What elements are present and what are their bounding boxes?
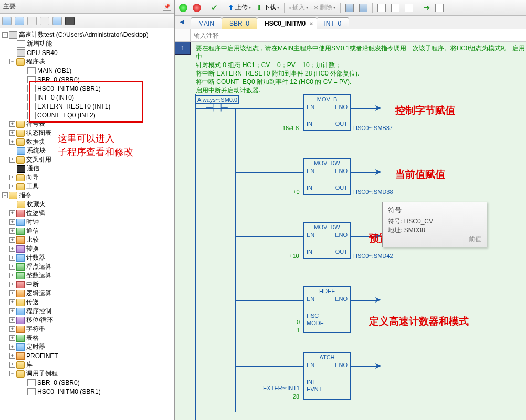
tree-item[interactable]: +字符串 — [0, 325, 174, 333]
contact-label[interactable]: Always~:SM0.0 — [196, 95, 239, 104]
input-value: 1 — [297, 327, 300, 333]
tree-item[interactable]: +工具 — [0, 182, 174, 191]
tree-item[interactable]: +程序控制 — [0, 307, 174, 316]
tree-item[interactable]: −调用子例程 — [0, 369, 174, 378]
tool-icon[interactable] — [403, 3, 415, 13]
rung-comment: 要在程序中启用该组态，请在MAIN主程序中使用SM0.1或者沿触发指令调用一次该… — [196, 44, 526, 94]
output-value: HSC0~:SMB37 — [353, 125, 393, 131]
symbol-tooltip: 符号 符号: HSC0_CV 地址: SMD38 前值 — [382, 202, 487, 247]
tree-item[interactable]: 收藏夹 — [0, 200, 174, 209]
tree-item[interactable]: +向导 — [0, 173, 174, 182]
arrow-icon: ➤ — [374, 295, 381, 305]
download-button[interactable]: ⬇下载▾ — [254, 2, 281, 13]
project-tree[interactable]: −高速计数test (C:\Users\Administrator\Deskto… — [0, 28, 174, 420]
tree-item[interactable]: +符号表 — [0, 120, 174, 128]
tree-item[interactable]: +通信 — [0, 227, 174, 235]
arrow-icon: ➤ — [374, 167, 381, 177]
view-icon-1[interactable] — [2, 17, 12, 25]
tree-root-instr[interactable]: −指令 — [0, 191, 174, 200]
annotation: 控制字节赋值 — [395, 104, 455, 117]
output-value: HSC0~:SMD42 — [353, 253, 393, 259]
delete-button[interactable]: ✕删除▾ — [311, 2, 338, 13]
tree-item[interactable]: +浮点运算 — [0, 262, 174, 271]
tab-sbr0[interactable]: SBR_0 — [222, 17, 257, 29]
tree-item[interactable]: +计数器 — [0, 253, 174, 262]
annotation-text: 子程序查看和修改 — [58, 146, 133, 158]
view-icon-2[interactable] — [15, 17, 24, 25]
tool-icon[interactable] — [433, 3, 446, 13]
input-value: EXTER~:INT1 — [263, 385, 300, 391]
block-movdw2[interactable]: MOV_DW ENENO INOUT — [303, 222, 351, 259]
tree-item[interactable]: +逻辑运算 — [0, 289, 174, 298]
pin-icon[interactable]: 📌 — [163, 3, 171, 11]
block-movdw1[interactable]: MOV_DW ENENO INOUT — [303, 158, 351, 195]
close-icon[interactable]: × — [310, 20, 313, 27]
tab-nav-prev-icon[interactable]: ◄ — [178, 18, 185, 26]
tree-item[interactable]: +转换 — [0, 244, 174, 253]
annotation: 定义高速计数器和模式 — [369, 315, 469, 328]
tool-icon[interactable]: ➜ — [421, 2, 432, 14]
tree-item[interactable]: EXTERN_RESET0 (INT1) — [0, 102, 174, 111]
view-icon-5[interactable] — [52, 17, 62, 25]
contact-symbol: ─┤ ├─ — [206, 104, 228, 111]
tree-item[interactable]: SBR_0 (SBR0) — [0, 378, 174, 387]
tree-item[interactable]: +PROFINET — [0, 351, 174, 360]
tree-item[interactable]: HSC0_INITM0 (SBR1) — [0, 387, 174, 396]
tree-item[interactable]: +比较 — [0, 235, 174, 244]
input-value: +10 — [289, 253, 299, 259]
tree-item[interactable]: 通信 — [0, 164, 174, 173]
tree-item[interactable]: +中断 — [0, 280, 174, 289]
tool-icon[interactable] — [357, 3, 370, 13]
project-tree-panel: 主要 📌 −高速计数test (C:\Users\Administrator\D… — [0, 0, 175, 420]
tree-item[interactable]: +时钟 — [0, 218, 174, 227]
block-movb[interactable]: MOV_B ENENO INOUT — [303, 94, 351, 131]
arrow-icon: ➤ — [374, 103, 381, 113]
tree-item[interactable]: MAIN (OB1) — [0, 66, 174, 75]
view-icon-4[interactable] — [40, 17, 49, 25]
comment-input[interactable] — [191, 29, 526, 41]
upload-button[interactable]: ⬆上传▾ — [226, 2, 253, 13]
tree-item[interactable]: COUNT_EQ0 (INT2) — [0, 111, 174, 120]
compile-button[interactable]: ✔ — [209, 2, 220, 14]
annotation-text: 这里可以进入 — [58, 132, 114, 145]
tree-item[interactable]: +移位/循环 — [0, 316, 174, 325]
tree-item[interactable]: +表格 — [0, 333, 174, 342]
tree-item[interactable]: −程序块 — [0, 57, 174, 66]
tree-item[interactable]: +库 — [0, 360, 174, 369]
tree-item[interactable]: +位逻辑 — [0, 209, 174, 218]
tree-item[interactable]: +传送 — [0, 298, 174, 307]
tab-main[interactable]: MAIN — [191, 17, 222, 29]
ladder-editor[interactable]: 1 要在程序中启用该组态，请在MAIN主程序中使用SM0.1或者沿触发指令调用一… — [175, 42, 526, 420]
tree-root[interactable]: −高速计数test (C:\Users\Administrator\Deskto… — [0, 30, 174, 39]
tab-int0[interactable]: INT_0 — [317, 17, 350, 29]
tree-item[interactable]: SBR_0 (SBR0) — [0, 75, 174, 84]
block-hdef[interactable]: HDEF ENENO HSC MODE — [303, 286, 351, 333]
tree-item[interactable]: CPU SR40 — [0, 48, 174, 57]
annotation: 当前值赋值 — [395, 168, 445, 181]
tree-item[interactable]: +定时器 — [0, 342, 174, 351]
run-button[interactable] — [177, 3, 190, 13]
insert-button[interactable]: ▫插入▾ — [287, 2, 310, 13]
input-value: 16#F8 — [282, 125, 299, 131]
comment-row — [175, 29, 526, 42]
tree-item[interactable]: 新增功能 — [0, 39, 174, 48]
tree-item[interactable]: INT_0 (INT0) — [0, 93, 174, 102]
tab-hsc0[interactable]: HSC0_INITM0× — [257, 17, 317, 29]
view-icon-3[interactable] — [27, 17, 37, 25]
rung-number: 1 — [175, 42, 191, 55]
tree-item[interactable]: +整数运算 — [0, 271, 174, 280]
tree-item[interactable]: HSC0_INITM0 (SBR1) — [0, 84, 174, 93]
tool-icon[interactable] — [375, 3, 388, 13]
tool-icon[interactable] — [343, 3, 356, 13]
stop-button[interactable] — [191, 3, 203, 13]
editor-tabs: ◄ MAIN SBR_0 HSC0_INITM0× INT_0 — [175, 16, 526, 29]
block-atch[interactable]: ATCH ENENO INT EVNT — [303, 352, 351, 400]
panel-header: 主要 📌 — [0, 0, 174, 14]
input-value: 28 — [293, 393, 299, 400]
left-rail — [195, 94, 196, 420]
view-icon-6[interactable] — [65, 17, 75, 25]
arrow-icon: ➤ — [374, 361, 381, 371]
panel-title: 主要 — [3, 2, 163, 11]
tool-icon[interactable] — [389, 3, 402, 13]
editor-panel: ✔ ⬆上传▾ ⬇下载▾ ▫插入▾ ✕删除▾ ➜ ◄ MAIN SBR_0 HSC… — [175, 0, 526, 420]
